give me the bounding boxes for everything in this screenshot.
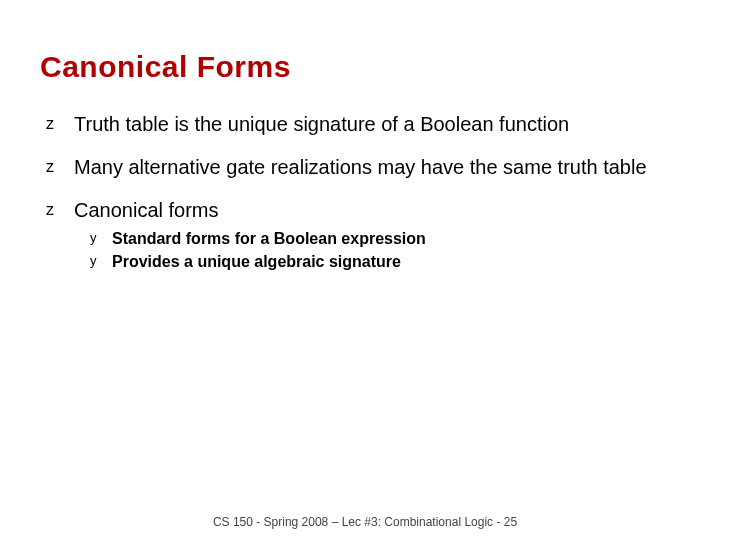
bullet-item: Canonical forms Standard forms for a Boo… <box>46 198 690 273</box>
bullet-item: Truth table is the unique signature of a… <box>46 112 690 137</box>
sub-bullet-text: Provides a unique algebraic signature <box>112 253 401 270</box>
sub-bullet-list: Standard forms for a Boolean expression … <box>90 229 690 273</box>
sub-bullet-text: Standard forms for a Boolean expression <box>112 230 426 247</box>
bullet-text: Many alternative gate realizations may h… <box>74 156 647 178</box>
slide-footer: CS 150 - Spring 2008 – Lec #3: Combinati… <box>0 515 730 529</box>
bullet-text: Truth table is the unique signature of a… <box>74 113 569 135</box>
slide-title: Canonical Forms <box>40 50 690 84</box>
bullet-list: Truth table is the unique signature of a… <box>46 112 690 273</box>
sub-bullet-item: Standard forms for a Boolean expression <box>90 229 690 250</box>
bullet-item: Many alternative gate realizations may h… <box>46 155 690 180</box>
bullet-text: Canonical forms <box>74 199 219 221</box>
slide: Canonical Forms Truth table is the uniqu… <box>0 0 730 547</box>
sub-bullet-item: Provides a unique algebraic signature <box>90 252 690 273</box>
